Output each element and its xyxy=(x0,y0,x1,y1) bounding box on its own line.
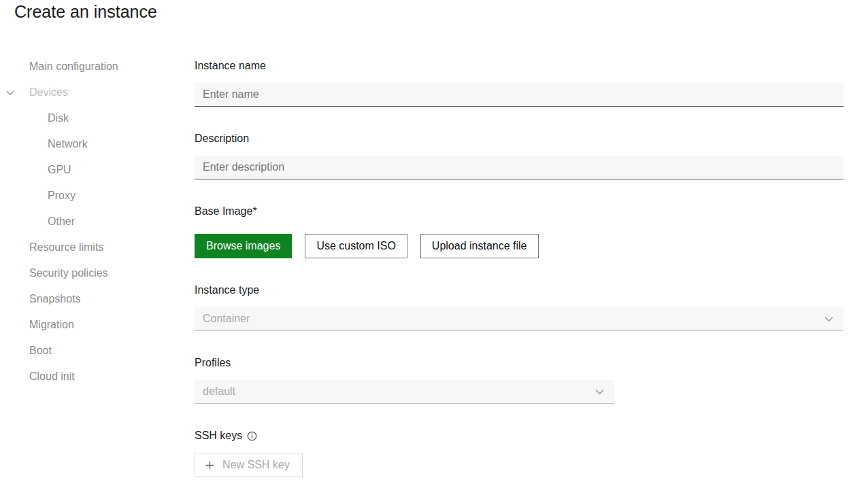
instance-type-value: Container xyxy=(203,313,250,325)
profiles-select[interactable]: default xyxy=(195,380,614,404)
upload-instance-file-button[interactable]: Upload instance file xyxy=(420,234,539,258)
instance-type-label: Instance type xyxy=(195,283,844,296)
description-input[interactable] xyxy=(195,156,844,179)
profiles-label: Profiles xyxy=(195,356,844,369)
form-section-nav: Main configuration Devices Disk Network … xyxy=(0,54,195,390)
sidebar-item-proxy[interactable]: Proxy xyxy=(0,183,195,209)
sidebar-item-snapshots[interactable]: Snapshots xyxy=(0,286,195,312)
sidebar-item-boot[interactable]: Boot xyxy=(0,338,195,364)
instance-type-select[interactable]: Container xyxy=(195,307,844,331)
sidebar-item-label: GPU xyxy=(48,164,71,176)
profiles-group: Profiles default xyxy=(195,356,844,404)
sidebar-item-gpu[interactable]: GPU xyxy=(0,157,195,183)
sidebar-item-label: Disk xyxy=(48,112,69,124)
sidebar-item-label: Other xyxy=(48,215,75,228)
sidebar-item-label: Security policies xyxy=(29,267,108,279)
instance-name-input[interactable] xyxy=(195,83,844,107)
sidebar-item-label: Cloud init xyxy=(29,370,75,383)
ssh-keys-label: SSH keys xyxy=(195,429,844,442)
new-ssh-key-button[interactable]: New SSH key xyxy=(195,453,303,477)
ssh-keys-group: SSH keys New SSH key xyxy=(195,429,844,477)
sidebar-item-label: Main configuration xyxy=(29,60,118,73)
sidebar-item-migration[interactable]: Migration xyxy=(0,312,195,338)
sidebar-item-label: Migration xyxy=(29,319,74,331)
sidebar-item-label: Boot xyxy=(29,345,52,357)
new-ssh-key-label: New SSH key xyxy=(222,459,290,471)
description-label: Description xyxy=(195,132,844,145)
base-image-buttons: Browse images Use custom ISO Upload inst… xyxy=(195,234,844,258)
base-image-label: Base Image* xyxy=(195,205,844,218)
info-icon[interactable] xyxy=(247,431,257,441)
create-instance-form: Instance name Description Base Image* Br… xyxy=(195,59,844,484)
browse-images-button[interactable]: Browse images xyxy=(195,234,292,258)
profiles-value: default xyxy=(203,385,235,398)
plus-icon xyxy=(205,460,215,470)
sidebar-item-main-configuration[interactable]: Main configuration xyxy=(0,54,195,80)
sidebar-item-security-policies[interactable]: Security policies xyxy=(0,260,195,286)
sidebar-item-disk[interactable]: Disk xyxy=(0,105,195,131)
sidebar-item-cloud-init[interactable]: Cloud init xyxy=(0,364,195,390)
sidebar-item-resource-limits[interactable]: Resource limits xyxy=(0,235,195,260)
sidebar-item-label: Resource limits xyxy=(29,241,103,254)
sidebar-item-label: Network xyxy=(48,138,88,150)
chevron-down-icon xyxy=(594,386,605,398)
sidebar-item-label: Devices xyxy=(29,86,68,99)
description-group: Description xyxy=(195,132,844,179)
sidebar-item-devices[interactable]: Devices xyxy=(0,80,195,105)
chevron-down-icon xyxy=(5,87,16,98)
chevron-down-icon xyxy=(823,313,835,325)
instance-type-group: Instance type Container xyxy=(195,283,844,331)
ssh-keys-label-text: SSH keys xyxy=(195,429,242,442)
sidebar-item-network[interactable]: Network xyxy=(0,131,195,157)
sidebar-item-label: Proxy xyxy=(48,190,76,202)
instance-name-group: Instance name xyxy=(195,59,844,107)
page-title: Create an instance xyxy=(14,0,157,23)
instance-name-label: Instance name xyxy=(195,59,844,72)
use-custom-iso-button[interactable]: Use custom ISO xyxy=(305,234,407,258)
sidebar-item-other[interactable]: Other xyxy=(0,209,195,235)
sidebar-item-label: Snapshots xyxy=(29,293,81,305)
base-image-group: Base Image* Browse images Use custom ISO… xyxy=(195,205,844,258)
